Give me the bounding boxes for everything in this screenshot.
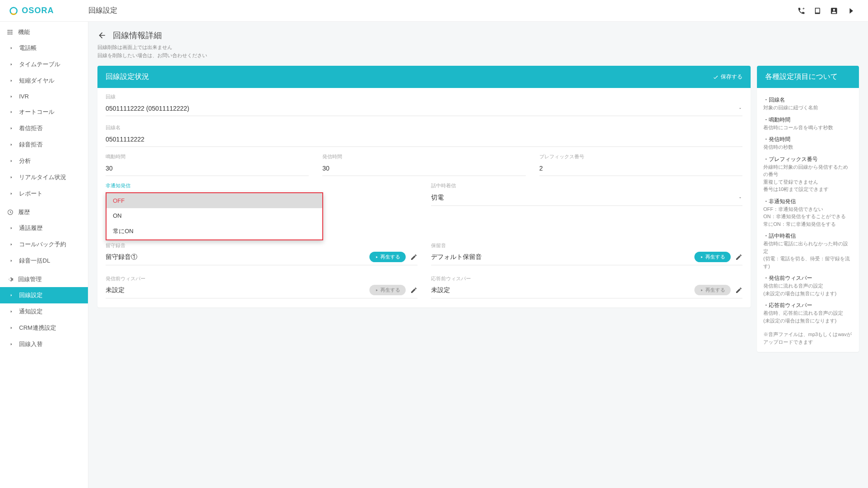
anon-option-OFF[interactable]: OFF xyxy=(107,193,322,208)
prefix-input[interactable]: 2 xyxy=(539,163,742,176)
sidebar-item-通話履歴[interactable]: 通話履歴 xyxy=(0,220,88,236)
help-title: 各種設定項目について xyxy=(765,72,838,82)
sidebar-item-分析[interactable]: 分析 xyxy=(0,153,88,169)
note-line-1: 回線削除は画面上では出来ません xyxy=(97,44,859,52)
busy-select[interactable]: 切電 xyxy=(431,192,743,206)
main-content: 回線情報詳細 回線削除は画面上では出来ません 回線を削除したい場合は、お問い合わ… xyxy=(88,22,868,488)
line-select[interactable]: 05011112222 (05011112222) xyxy=(106,103,742,116)
sidebar-item-リアルタイム状況[interactable]: リアルタイム状況 xyxy=(0,169,88,185)
help-item: ・応答前ウィスパー着信時、応答前に流れる音声の設定(未設定の場合は無音になります… xyxy=(763,302,853,324)
settings-card: 回線設定状況 保存する 回線 05011112222 (05011112222) xyxy=(97,66,751,307)
svg-rect-2 xyxy=(816,9,819,10)
sidebar-item-IVR[interactable]: IVR xyxy=(0,89,88,104)
hold-edit-icon[interactable] xyxy=(735,254,742,261)
chevron-down-icon xyxy=(738,195,742,200)
sidebar-group-2: 回線管理 xyxy=(0,272,88,287)
card-title: 回線設定状況 xyxy=(106,72,149,82)
sidebar-item-録音一括DL[interactable]: 録音一括DL xyxy=(0,253,88,269)
app-header: OSORA 回線設定 xyxy=(0,0,868,22)
vm-edit-icon[interactable] xyxy=(410,254,417,261)
play-icon xyxy=(700,255,703,259)
name-label: 回線名 xyxy=(106,124,742,131)
play-icon xyxy=(700,288,703,292)
ring-label: 鳴動時間 xyxy=(106,153,309,160)
logo-text: OSORA xyxy=(22,6,54,15)
line-value: 05011112222 (05011112222) xyxy=(106,105,189,112)
user-icon[interactable] xyxy=(830,7,838,15)
chevron-down-icon xyxy=(738,106,742,111)
call-label: 発信時間 xyxy=(322,153,525,160)
help-item: ・回線名対象の回線に紐づく名前 xyxy=(763,96,853,112)
sidebar-group-0: 機能 xyxy=(0,24,88,40)
back-arrow-icon[interactable] xyxy=(97,31,107,40)
help-item: ・プレフィックス番号外線時に対象の回線から発信するための番号重複して登録できませ… xyxy=(763,156,853,193)
help-card: 各種設定項目について ・回線名対象の回線に紐づく名前・鳴動時間着信時にコール音を… xyxy=(757,66,859,352)
logo-icon xyxy=(9,6,18,15)
save-label: 保存する xyxy=(721,73,742,81)
call-value: 30 xyxy=(322,165,330,172)
line-label: 回線 xyxy=(106,93,742,100)
hold-label: 保留音 xyxy=(431,242,743,249)
play-icon xyxy=(375,288,378,292)
sidebar-item-タイムテーブル[interactable]: タイムテーブル xyxy=(0,56,88,73)
sidebar-item-CRM連携設定[interactable]: CRM連携設定 xyxy=(0,320,88,336)
logout-icon[interactable] xyxy=(846,7,854,15)
prewhisper-value: 未設定 xyxy=(106,286,125,294)
sidebar: 機能電話帳タイムテーブル短縮ダイヤルIVRオートコール着信拒否録音拒否分析リアル… xyxy=(0,22,88,488)
answhisper-value: 未設定 xyxy=(431,286,450,294)
call-input[interactable]: 30 xyxy=(322,163,525,176)
svg-point-4 xyxy=(833,9,835,11)
prefix-value: 2 xyxy=(539,165,543,172)
ring-value: 30 xyxy=(106,165,113,172)
answhisper-play-button: 再生する xyxy=(694,285,731,295)
prewhisper-label: 発信前ウィスパー xyxy=(106,275,417,282)
card-header: 回線設定状況 保存する xyxy=(97,66,751,88)
anon-option-常にON[interactable]: 常にON xyxy=(107,223,322,239)
hold-value: デフォルト保留音 xyxy=(431,253,482,261)
sidebar-item-着信拒否[interactable]: 着信拒否 xyxy=(0,120,88,137)
answhisper-label: 応答前ウィスパー xyxy=(431,275,743,282)
name-value: 05011112222 xyxy=(106,136,145,143)
help-item: ・発信前ウィスパー発信前に流れる音声の設定(未設定の場合は無音になります) xyxy=(763,274,853,297)
hold-play-button[interactable]: 再生する xyxy=(694,252,731,262)
note-line-2: 回線を削除したい場合は、お問い合わせください xyxy=(97,52,859,60)
sidebar-item-録音拒否[interactable]: 録音拒否 xyxy=(0,137,88,153)
sidebar-group-1: 履歴 xyxy=(0,205,88,220)
sidebar-item-レポート[interactable]: レポート xyxy=(0,185,88,202)
vm-play-button[interactable]: 再生する xyxy=(369,252,406,262)
sidebar-item-回線入替[interactable]: 回線入替 xyxy=(0,336,88,352)
play-icon xyxy=(375,255,378,259)
ring-input[interactable]: 30 xyxy=(106,163,309,176)
sidebar-item-短縮ダイヤル[interactable]: 短縮ダイヤル xyxy=(0,73,88,89)
help-note: ※音声ファイルは、mp3もしくはwavがアップロードできます xyxy=(763,331,853,346)
help-item: ・話中時着信着信時に電話に出られなかった時の設定(切電：電話を切る、待受：留守録… xyxy=(763,232,853,270)
name-input[interactable]: 05011112222 xyxy=(106,134,742,147)
anon-label: 非通知発信 xyxy=(106,182,417,189)
answhisper-edit-icon[interactable] xyxy=(735,287,742,294)
sidebar-item-コールバック予約[interactable]: コールバック予約 xyxy=(0,236,88,253)
busy-value: 切電 xyxy=(431,194,444,202)
sidebar-item-通知設定[interactable]: 通知設定 xyxy=(0,303,88,320)
book-icon[interactable] xyxy=(814,7,822,15)
logo[interactable]: OSORA xyxy=(9,6,88,15)
phone-settings-icon[interactable] xyxy=(797,7,805,15)
prefix-label: プレフィックス番号 xyxy=(539,153,742,160)
anon-option-ON[interactable]: ON xyxy=(107,208,322,223)
prewhisper-play-button: 再生する xyxy=(369,285,406,295)
sidebar-item-回線設定[interactable]: 回線設定 xyxy=(0,287,88,303)
help-item: ・非通知発信OFF：非通知発信できないON：非通知発信をすることができる常にON… xyxy=(763,198,853,228)
save-button[interactable]: 保存する xyxy=(713,73,742,81)
prewhisper-edit-icon[interactable] xyxy=(410,287,417,294)
help-item: ・発信時間発信時の秒数 xyxy=(763,136,853,151)
help-item: ・鳴動時間着信時にコール音を鳴らす秒数 xyxy=(763,116,853,132)
anon-dropdown: OFFON常にON xyxy=(106,192,323,240)
page-note: 回線削除は画面上では出来ません 回線を削除したい場合は、お問い合わせください xyxy=(97,44,859,59)
vm-label: 留守録音 xyxy=(106,242,417,249)
vm-value: 留守録音① xyxy=(106,253,137,261)
header-title: 回線設定 xyxy=(88,6,797,15)
sidebar-item-オートコール[interactable]: オートコール xyxy=(0,104,88,120)
sidebar-item-電話帳[interactable]: 電話帳 xyxy=(0,40,88,56)
page-title: 回線情報詳細 xyxy=(113,30,162,41)
busy-label: 話中時着信 xyxy=(431,182,743,189)
check-icon xyxy=(713,74,719,80)
